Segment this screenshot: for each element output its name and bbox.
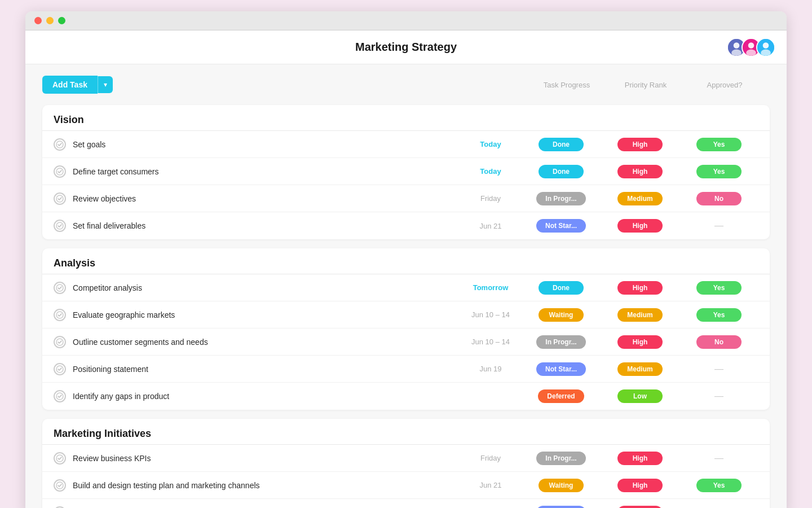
task-checkbox[interactable] xyxy=(54,309,66,321)
progress-badge[interactable]: Not Star... xyxy=(536,219,586,233)
add-task-group: Add Task ▾ xyxy=(42,76,113,94)
table-row[interactable]: Set final deliverablesJun 21Not Star...H… xyxy=(42,212,770,239)
table-row[interactable]: Identify any gaps in productDeferredLow— xyxy=(42,383,770,410)
avatar xyxy=(756,38,775,57)
priority-badge[interactable]: Medium xyxy=(617,362,663,376)
close-dot[interactable] xyxy=(34,17,42,24)
section-header-marketing-initiatives: Marketing Initiatives xyxy=(42,419,770,445)
task-checkbox[interactable] xyxy=(54,192,66,205)
task-progress-cell: Not Star... xyxy=(522,362,601,376)
priority-badge[interactable]: High xyxy=(617,506,663,508)
check-icon xyxy=(56,311,64,319)
task-priority-cell: High xyxy=(601,138,679,151)
priority-badge[interactable]: High xyxy=(617,452,663,465)
app-header: Marketing Strategy xyxy=(25,30,787,64)
task-name: Identify any gaps in product xyxy=(73,392,460,401)
approved-badge[interactable]: Yes xyxy=(696,138,742,151)
approved-badge[interactable]: Yes xyxy=(696,479,742,492)
task-date: Jun 10 – 14 xyxy=(460,310,522,319)
task-date: Friday xyxy=(460,194,522,203)
priority-badge[interactable]: High xyxy=(617,219,663,233)
svg-point-8 xyxy=(761,49,771,56)
task-approved-cell: Yes xyxy=(679,479,758,492)
progress-badge[interactable]: Done xyxy=(539,165,584,178)
approved-dash: — xyxy=(714,391,723,401)
priority-badge[interactable]: Medium xyxy=(617,192,663,205)
progress-badge[interactable]: Not Star... xyxy=(536,362,586,376)
table-row[interactable]: Launch campaignAug 12Not Star...High— xyxy=(42,499,770,508)
add-task-dropdown-button[interactable]: ▾ xyxy=(98,76,113,93)
table-row[interactable]: Review objectivesFridayIn Progr...Medium… xyxy=(42,185,770,212)
approved-badge[interactable]: Yes xyxy=(696,281,742,295)
task-progress-cell: Waiting xyxy=(522,308,601,322)
table-row[interactable]: Define target consumersTodayDoneHighYes xyxy=(42,158,770,185)
progress-badge[interactable]: Done xyxy=(539,281,584,295)
priority-badge[interactable]: High xyxy=(617,335,663,349)
task-approved-cell: — xyxy=(679,453,758,463)
task-approved-cell: Yes xyxy=(679,281,758,295)
priority-badge[interactable]: High xyxy=(617,138,663,151)
table-row[interactable]: Evaluate geographic marketsJun 10 – 14Wa… xyxy=(42,301,770,329)
task-checkbox[interactable] xyxy=(54,390,66,402)
progress-badge[interactable]: Waiting xyxy=(539,308,584,322)
progress-badge[interactable]: Waiting xyxy=(539,479,584,492)
table-row[interactable]: Outline customer segments and needsJun 1… xyxy=(42,329,770,356)
task-progress-cell: Not Star... xyxy=(522,219,601,233)
task-progress-cell: In Progr... xyxy=(522,335,601,349)
svg-point-1 xyxy=(734,42,740,49)
check-icon xyxy=(56,365,64,373)
check-icon xyxy=(56,222,64,230)
task-priority-cell: Medium xyxy=(601,192,679,205)
table-row[interactable]: Review business KPIsFridayIn Progr...Hig… xyxy=(42,445,770,472)
table-row[interactable]: Positioning statementJun 19Not Star...Me… xyxy=(42,356,770,383)
task-checkbox[interactable] xyxy=(54,165,66,178)
add-task-button[interactable]: Add Task xyxy=(42,76,98,94)
task-checkbox[interactable] xyxy=(54,363,66,375)
check-icon xyxy=(56,168,64,176)
task-approved-cell: — xyxy=(679,364,758,374)
progress-badge[interactable]: In Progr... xyxy=(536,335,585,349)
task-checkbox[interactable] xyxy=(54,479,66,492)
progress-badge[interactable]: In Progr... xyxy=(536,192,585,205)
progress-badge[interactable]: Deferred xyxy=(538,389,584,403)
progress-badge[interactable]: Not Star... xyxy=(536,506,586,508)
priority-badge[interactable]: High xyxy=(617,165,663,178)
task-checkbox[interactable] xyxy=(54,452,66,465)
approved-badge[interactable]: Yes xyxy=(696,308,742,322)
titlebar xyxy=(25,11,787,30)
task-name: Evaluate geographic markets xyxy=(73,310,460,319)
task-date: Today xyxy=(460,167,522,176)
section-vision: VisionSet goalsTodayDoneHighYesDefine ta… xyxy=(42,105,770,239)
task-priority-cell: High xyxy=(601,479,679,492)
approved-badge[interactable]: No xyxy=(696,192,742,205)
task-checkbox[interactable] xyxy=(54,138,66,151)
table-row[interactable]: Competitor analysisTomorrowDoneHighYes xyxy=(42,274,770,301)
priority-badge[interactable]: High xyxy=(617,281,663,295)
table-row[interactable]: Build and design testing plan and market… xyxy=(42,472,770,499)
page-title: Marketing Strategy xyxy=(355,41,457,54)
approved-badge[interactable]: Yes xyxy=(696,165,742,178)
progress-badge[interactable]: Done xyxy=(539,138,584,151)
table-row[interactable]: Set goalsTodayDoneHighYes xyxy=(42,131,770,158)
task-name: Review business KPIs xyxy=(73,454,460,463)
maximize-dot[interactable] xyxy=(58,17,65,24)
task-priority-cell: High xyxy=(601,335,679,349)
priority-badge[interactable]: Medium xyxy=(617,308,663,322)
task-approved-cell: — xyxy=(679,391,758,401)
check-icon xyxy=(56,454,64,462)
task-approved-cell: No xyxy=(679,335,758,349)
main-content: Add Task ▾ Task Progress Priority Rank A… xyxy=(25,64,787,508)
task-checkbox[interactable] xyxy=(54,282,66,294)
task-checkbox[interactable] xyxy=(54,336,66,348)
svg-point-2 xyxy=(731,49,742,56)
task-checkbox[interactable] xyxy=(54,220,66,232)
priority-badge[interactable]: Low xyxy=(617,389,663,403)
minimize-dot[interactable] xyxy=(46,17,54,24)
priority-badge[interactable]: High xyxy=(617,479,663,492)
progress-badge[interactable]: In Progr... xyxy=(536,452,585,465)
priority-column-header: Priority Rank xyxy=(606,81,685,89)
task-approved-cell: Yes xyxy=(679,138,758,151)
check-icon xyxy=(56,141,64,148)
check-icon xyxy=(56,284,64,292)
approved-badge[interactable]: No xyxy=(696,335,742,349)
